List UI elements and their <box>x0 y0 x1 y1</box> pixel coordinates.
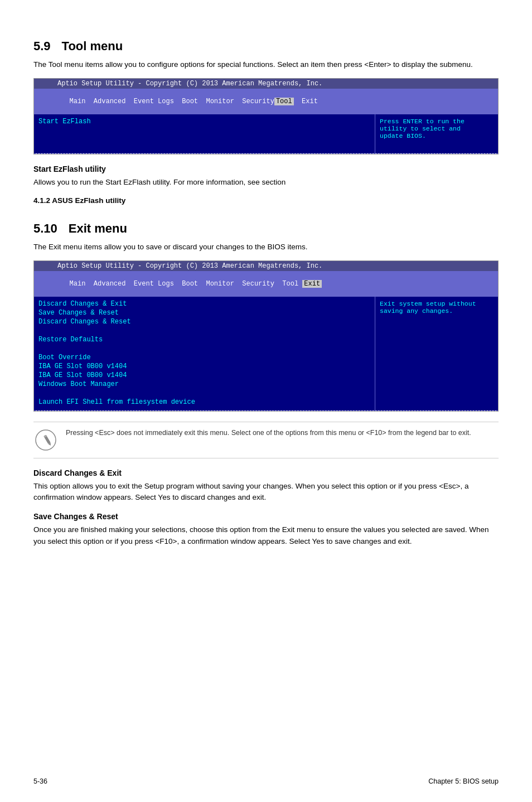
section-510-intro: The Exit menu items allow you to save or… <box>33 241 499 253</box>
section-510: 5.10Exit menu The Exit menu items allow … <box>33 221 499 547</box>
footer-right: Chapter 5: BIOS setup <box>428 777 499 785</box>
section-59-intro: The Tool menu items allow you to configu… <box>33 59 499 70</box>
save-changes-heading: Save Changes & Reset <box>33 512 499 521</box>
bios-tool-start-ezflash: Start EzFlash <box>38 118 370 125</box>
note-text: Pressing <Esc> does not immediately exit… <box>66 428 471 438</box>
note-icon <box>33 428 58 452</box>
bios-exit-item-5 <box>38 345 370 352</box>
section-59-heading: 5.9Tool menu <box>33 39 499 54</box>
bios-tool-screenshot: Aptio Setup Utility - Copyright (C) 2013… <box>33 78 499 154</box>
bios-tool-right: Press ENTER to run the utility to select… <box>375 114 498 153</box>
bios-exit-content: Discard Changes & ExitSave Changes & Res… <box>34 297 498 410</box>
svg-point-0 <box>36 430 56 450</box>
pencil-icon <box>35 429 56 451</box>
bios-tool-menubar: Main Advanced Event Logs Boot Monitor Se… <box>34 89 498 114</box>
bios-exit-item-10 <box>38 389 370 397</box>
footer-left: 5-36 <box>33 777 47 785</box>
bios-exit-item-8: IBA GE Slot 0B00 v1404 <box>38 371 370 379</box>
bios-exit-screenshot: Aptio Setup Utility - Copyright (C) 2013… <box>33 260 499 412</box>
bios-exit-item-4: Restore Defaults <box>38 336 370 344</box>
bios-tool-titlebar: Aptio Setup Utility - Copyright (C) 2013… <box>34 79 498 89</box>
discard-changes-heading: Discard Changes & Exit <box>33 468 499 477</box>
bios-exit-item-0: Discard Changes & Exit <box>38 300 370 308</box>
bios-tool-content: Start EzFlash Press ENTER to run the uti… <box>34 114 498 153</box>
start-ezflash-heading: Start EzFlash utility <box>33 165 499 173</box>
discard-changes-body: This option allows you to exit the Setup… <box>33 481 499 504</box>
bios-exit-item-1: Save Changes & Reset <box>38 309 370 317</box>
note-box: Pressing <Esc> does not immediately exit… <box>33 422 499 458</box>
page-footer: 5-36 Chapter 5: BIOS setup <box>33 777 499 785</box>
start-ezflash-body: Allows you to run the Start EzFlash util… <box>33 177 499 188</box>
bios-exit-left: Discard Changes & ExitSave Changes & Res… <box>34 297 375 410</box>
bios-exit-item-6: Boot Override <box>38 354 370 361</box>
bios-tool-divider <box>34 153 498 154</box>
bios-exit-menubar: Main Advanced Event Logs Boot Monitor Se… <box>34 271 498 297</box>
section-59: 5.9Tool menu The Tool menu items allow y… <box>33 39 499 205</box>
bios-exit-item-11: Launch EFI Shell from filesystem device <box>38 398 370 406</box>
bios-tool-left: Start EzFlash <box>34 114 375 153</box>
bios-exit-right: Exit system setup without saving any cha… <box>375 297 498 410</box>
bios-exit-titlebar: Aptio Setup Utility - Copyright (C) 2013… <box>34 261 498 271</box>
save-changes-body: Once you are finished making your select… <box>33 524 499 547</box>
bios-exit-item-2: Discard Changes & Reset <box>38 318 370 326</box>
bios-exit-item-9: Windows Boot Manager <box>38 380 370 388</box>
ezflash-link[interactable]: 4.1.2 ASUS EzFlash utility <box>33 196 499 205</box>
bios-exit-item-7: IBA GE Slot 0B00 v1404 <box>38 363 370 370</box>
bios-exit-divider <box>34 410 498 411</box>
section-510-heading: 5.10Exit menu <box>33 221 499 236</box>
bios-exit-item-3 <box>38 327 370 335</box>
